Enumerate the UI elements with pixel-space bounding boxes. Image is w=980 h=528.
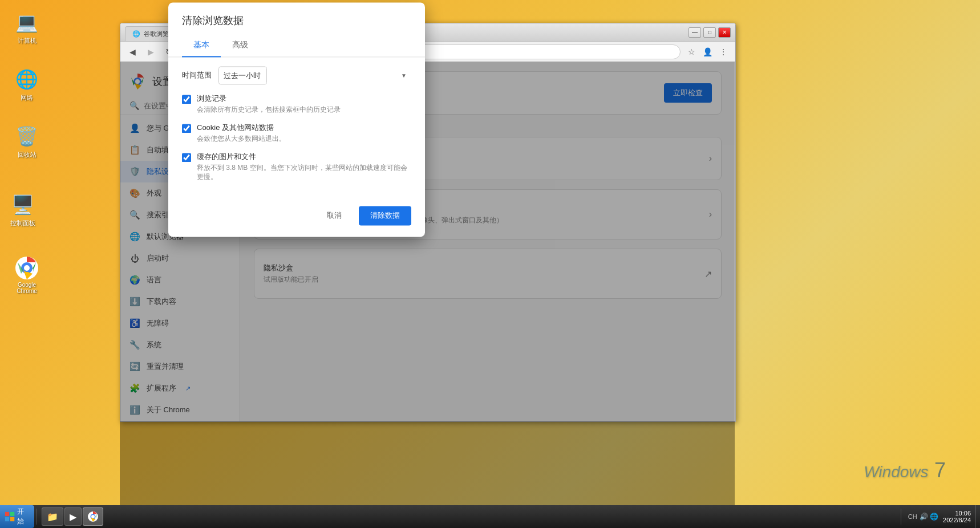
svg-point-13 bbox=[91, 515, 95, 518]
desktop-icon-computer[interactable]: 💻 计算机 bbox=[7, 11, 47, 45]
maximize-button[interactable]: □ bbox=[703, 27, 716, 38]
control-panel-label: 控制面板 bbox=[10, 219, 35, 228]
chrome-desktop-icon bbox=[15, 257, 38, 279]
network-label: 网络 bbox=[21, 94, 33, 102]
checkbox-history[interactable] bbox=[182, 95, 191, 104]
tab1-favicon: 🌐 bbox=[132, 30, 140, 38]
system-tray: CH 🔊 🌐 bbox=[904, 513, 943, 521]
dialog-title: 清除浏览数据 bbox=[168, 2, 425, 34]
recycle-icon: 🗑️ bbox=[15, 125, 38, 148]
chrome-desktop-label: Google Chrome bbox=[7, 282, 47, 294]
cache-label: 缓存的图片和文件 bbox=[197, 152, 411, 162]
windows7-version: 7 bbox=[934, 458, 946, 482]
back-button[interactable]: ◀ bbox=[125, 44, 140, 59]
clear-browsing-data-dialog: 清除浏览数据 基本 高级 时间范围 过去一小时 过去24小时 过去7天 过去4周… bbox=[168, 2, 425, 237]
cache-text-block: 缓存的图片和文件 释放不到 3.8 MB 空间。当您下次访问时，某些网站的加载速… bbox=[197, 152, 411, 182]
chrome-taskbar-icon bbox=[88, 511, 98, 522]
desktop-icon-network[interactable]: 🌐 网络 bbox=[7, 68, 47, 102]
checkbox-cache[interactable] bbox=[182, 153, 191, 162]
time-range-select[interactable]: 过去一小时 过去24小时 过去7天 过去4周 全部时间 bbox=[218, 66, 267, 84]
windows-logo-icon bbox=[5, 511, 15, 522]
taskbar-btn-chrome[interactable] bbox=[83, 507, 103, 526]
windows7-branding: Windows 7 bbox=[864, 458, 946, 482]
bookmark-page-button[interactable]: ☆ bbox=[684, 44, 699, 59]
taskbar-items: 📁 ▶ bbox=[39, 507, 898, 526]
checkbox-cookies[interactable] bbox=[182, 124, 191, 133]
taskbar-divider-2 bbox=[901, 509, 901, 525]
dialog-tabs: 基本 高级 bbox=[168, 34, 425, 57]
media-taskbar-icon: ▶ bbox=[70, 511, 76, 522]
start-button[interactable]: 开始 bbox=[0, 505, 34, 528]
start-label: 开始 bbox=[17, 507, 30, 526]
taskbar-btn-explorer[interactable]: 📁 bbox=[42, 507, 63, 526]
history-text-block: 浏览记录 会清除所有历史记录，包括搜索框中的历史记录 bbox=[197, 94, 341, 115]
desktop-icon-recycle[interactable]: 🗑️ 回收站 bbox=[7, 125, 47, 159]
computer-icon: 💻 bbox=[15, 11, 38, 34]
forward-button[interactable]: ▶ bbox=[143, 44, 158, 59]
clock-date: 2022/8/24 bbox=[943, 517, 971, 523]
svg-rect-10 bbox=[10, 517, 14, 521]
clock-time: 10:06 bbox=[943, 510, 971, 517]
recycle-label: 回收站 bbox=[18, 151, 37, 159]
window-controls: — □ ✕ bbox=[689, 27, 731, 38]
show-desktop-button[interactable] bbox=[975, 505, 980, 528]
svg-rect-9 bbox=[5, 517, 9, 521]
dialog-tab-advanced[interactable]: 高级 bbox=[221, 34, 260, 57]
explorer-taskbar-icon: 📁 bbox=[47, 511, 58, 522]
cookies-text-block: Cookie 及其他网站数据 会致使您从大多数网站退出。 bbox=[197, 123, 286, 144]
desktop-icon-control-panel[interactable]: 🖥️ 控制面板 bbox=[3, 194, 43, 228]
clear-data-button[interactable]: 清除数据 bbox=[359, 206, 411, 226]
computer-label: 计算机 bbox=[18, 36, 37, 45]
dialog-body: 时间范围 过去一小时 过去24小时 过去7天 过去4周 全部时间 浏览记录 会清… bbox=[168, 57, 425, 199]
checkbox-item-cache: 缓存的图片和文件 释放不到 3.8 MB 空间。当您下次访问时，某些网站的加载速… bbox=[182, 152, 411, 182]
network-icon: 🌐 bbox=[15, 68, 38, 91]
history-label: 浏览记录 bbox=[197, 94, 341, 104]
desktop-icon-chrome[interactable]: Google Chrome bbox=[7, 257, 47, 294]
tray-icons: 🔊 🌐 bbox=[920, 513, 938, 521]
history-desc: 会清除所有历史记录，包括搜索框中的历史记录 bbox=[197, 105, 341, 115]
svg-rect-8 bbox=[10, 512, 14, 516]
taskbar-clock[interactable]: 10:06 2022/8/24 bbox=[943, 510, 975, 523]
time-range-wrapper: 过去一小时 过去24小时 过去7天 过去4周 全部时间 bbox=[218, 66, 411, 84]
extensions-button[interactable]: ⋮ bbox=[716, 44, 731, 59]
time-range-row: 时间范围 过去一小时 过去24小时 过去7天 过去4周 全部时间 bbox=[182, 66, 411, 84]
cookies-desc: 会致使您从大多数网站退出。 bbox=[197, 134, 286, 144]
nav-right-buttons: ☆ 👤 ⋮ bbox=[684, 44, 731, 59]
checkbox-item-history: 浏览记录 会清除所有历史记录，包括搜索框中的历史记录 bbox=[182, 94, 411, 115]
dialog-tab-basic[interactable]: 基本 bbox=[182, 34, 221, 57]
cookies-label: Cookie 及其他网站数据 bbox=[197, 123, 286, 133]
taskbar-divider-1 bbox=[37, 509, 37, 525]
cache-desc: 释放不到 3.8 MB 空间。当您下次访问时，某些网站的加载速度可能会更慢。 bbox=[197, 163, 411, 182]
control-panel-icon: 🖥️ bbox=[11, 194, 34, 217]
checkbox-item-cookies: Cookie 及其他网站数据 会致使您从大多数网站退出。 bbox=[182, 123, 411, 144]
svg-point-3 bbox=[24, 265, 30, 271]
time-range-label: 时间范围 bbox=[182, 70, 212, 80]
minimize-button[interactable]: — bbox=[689, 27, 701, 38]
tray-text: CH bbox=[908, 513, 917, 520]
windows7-logo-text: Windows bbox=[864, 463, 928, 481]
cancel-button[interactable]: 取消 bbox=[315, 206, 353, 226]
svg-rect-7 bbox=[5, 512, 9, 516]
taskbar-btn-media[interactable]: ▶ bbox=[64, 507, 82, 526]
taskbar: 开始 📁 ▶ CH 🔊 🌐 10:06 2022/8/24 bbox=[0, 505, 980, 528]
profile-button[interactable]: 👤 bbox=[700, 44, 715, 59]
dialog-footer: 取消 清除数据 bbox=[168, 200, 425, 237]
close-button[interactable]: ✕ bbox=[718, 27, 731, 38]
